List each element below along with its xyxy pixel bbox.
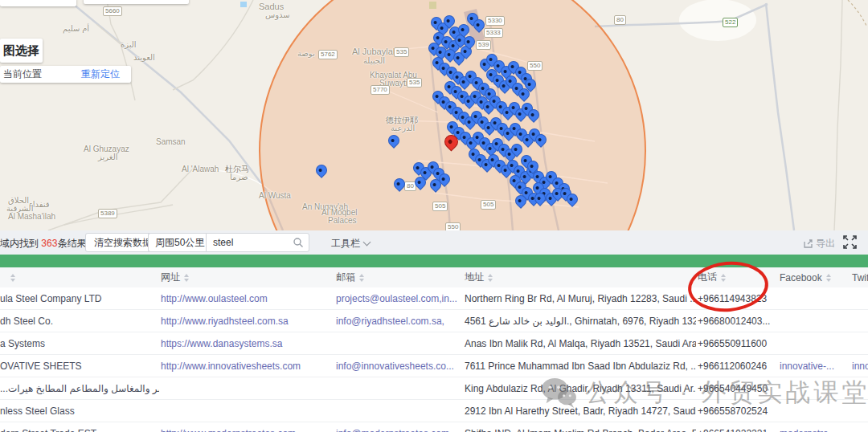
company-name-cell: ula Steel Company LTD <box>0 293 159 304</box>
website-link[interactable]: http://www.innovativesheets.com <box>159 361 334 372</box>
map-canvas[interactable]: Sadusسدوسأم سليمالبزةالعويندAl Ghuzayazا… <box>0 0 868 230</box>
column-header-label: 地址 <box>465 271 484 284</box>
road-shield: 5770 <box>371 85 390 95</box>
sort-icon[interactable] <box>10 274 15 282</box>
road-shield: 5333 <box>484 28 503 38</box>
results-count-text: 域内找到 363条结果 <box>0 237 86 251</box>
phone-cell: +966550911600 <box>696 338 778 349</box>
address-cell: Anas Ibn Malik Rd, Al Malqa, Riyadh 1352… <box>463 338 696 349</box>
column-header-Facebook[interactable]: Facebook <box>778 272 850 283</box>
map-label: الدرعية <box>391 124 415 132</box>
current-location-label: 当前位置 <box>3 67 42 81</box>
email-link[interactable]: info@modernstreetes.com... <box>334 428 463 432</box>
column-header-邮箱[interactable]: 邮箱 <box>334 271 463 284</box>
road-shield: 550 <box>445 222 461 230</box>
table-body: ula Steel Company LTDhttp://www.oulastee… <box>0 287 868 432</box>
phone-cell: +966558702524 <box>696 406 778 417</box>
table-row[interactable]: nless Steel Glass2912 Ibn Al Harethy Str… <box>0 400 868 422</box>
column-header-label: 电话 <box>698 271 717 284</box>
website-link[interactable]: http://www.riyadhsteel.com.sa <box>159 316 334 327</box>
company-name-cell: dh Steel Co. <box>0 316 159 327</box>
map-label: سدوس <box>265 10 290 19</box>
map-label: Samsan <box>156 137 186 146</box>
map-label: Al Jubaylah <box>352 47 398 56</box>
company-name-cell: nless Steel Glass <box>0 406 159 417</box>
address-cell: 4561 ‎شارع ‎خالد ‎بن ‎الوليد., Ghirnatah… <box>463 316 696 327</box>
address-cell: 7611 Prince Muhammad Ibn Saad Ibn Abdula… <box>463 361 696 372</box>
address-cell: Shifha IND, Al Imam Muslim Rd Branch, Ba… <box>463 428 696 432</box>
results-count: 363 <box>41 238 57 249</box>
facebook-link[interactable]: innovative-... <box>778 361 850 372</box>
company-name-cell: dern Street Trade EST <box>0 428 159 432</box>
column-header-label: 邮箱 <box>336 271 355 284</box>
app-window: Sadusسدوسأم سليمالبزةالعويندAl Ghuzayazا… <box>0 0 868 432</box>
table-row[interactable]: dern Street Trade ESThttp://www.modernst… <box>0 422 868 432</box>
search-box <box>206 233 309 252</box>
sort-icon[interactable] <box>721 274 726 282</box>
road-shield: 5330 <box>485 16 505 26</box>
map-label: بوصة <box>297 49 315 58</box>
road-shield: 505 <box>481 200 496 210</box>
email-link[interactable]: info@riyadhsteel.com.sa, <box>334 316 463 327</box>
export-progress-bar <box>0 255 868 267</box>
road-shield: 80 <box>614 15 626 25</box>
road-shield: 505 <box>432 202 448 211</box>
tools-menu-button[interactable]: 工具栏 <box>331 237 370 251</box>
sort-icon[interactable] <box>359 274 364 282</box>
email-link[interactable]: info@innovativesheets.co... <box>334 361 463 372</box>
table-row[interactable]: a Systemshttps://www.danasystems.saAnas … <box>0 332 868 355</box>
address-cell: King Abdulaziz Rd, Al Ghadir, Riyadh 133… <box>463 383 696 394</box>
search-input[interactable] <box>207 237 293 248</box>
map-select-button[interactable]: 图选择 <box>0 39 43 63</box>
column-header-label: Facebook <box>780 272 822 283</box>
map-label: أم سليم <box>63 24 89 33</box>
map-label: Al Wusta <box>259 191 291 200</box>
map-label: Al Masha'ilah <box>8 212 55 221</box>
company-name-cell: ...‎هيرات ‎المطابخ ‎والمطاعم ‎والمغاسل ‎… <box>0 383 159 394</box>
website-link[interactable]: https://www.danasystems.sa <box>159 338 334 349</box>
road-shield: 5389 <box>98 209 117 218</box>
map-label: ضرما <box>230 173 248 181</box>
radius-dropdown[interactable]: 周围50公里 <box>148 233 207 252</box>
website-link[interactable]: http://www.oulasteel.com <box>159 293 334 304</box>
sort-icon[interactable] <box>826 274 831 282</box>
table-row[interactable]: OVATIVE SHEETShttp://www.innovativesheet… <box>0 355 868 377</box>
map-label: البزة <box>121 40 137 49</box>
table-row[interactable]: ula Steel Company LTDhttp://www.oulastee… <box>0 287 868 310</box>
address-cell: Northern Ring Br Rd, Al Muruj, Riyadh 12… <box>463 293 696 304</box>
chevron-down-icon <box>363 238 371 247</box>
phone-cell: +966112060246 <box>696 361 778 372</box>
sort-icon[interactable] <box>184 274 189 282</box>
column-header-网址[interactable]: 网址 <box>159 271 334 284</box>
road-shield: 5762 <box>318 50 338 59</box>
address-cell: 2912 Ibn Al Harethy Street, Badr, Riyadh… <box>463 406 696 417</box>
column-header-Twitt[interactable]: Twitt <box>850 272 868 283</box>
fullscreen-button[interactable] <box>843 235 857 251</box>
map-label: Al 'Alawah <box>182 165 219 173</box>
email-link[interactable]: projects@oulasteel.com,in... <box>334 293 463 304</box>
website-link[interactable]: http://www.modernstreetes.com <box>159 428 334 432</box>
twitter-link[interactable]: inno... <box>850 361 868 372</box>
company-name-cell: a Systems <box>0 338 159 349</box>
table-header-row: 网址邮箱地址电话FacebookTwitt <box>0 267 868 288</box>
facebook-link[interactable]: modernstre... <box>778 428 850 432</box>
column-header-电话[interactable]: 电话 <box>696 271 778 284</box>
table-row[interactable]: ...‎هيرات ‎المطابخ ‎والمطاعم ‎والمغاسل ‎… <box>0 377 868 400</box>
road-shield: 535 <box>394 47 409 57</box>
road-shield: 5660 <box>103 6 122 16</box>
search-icon[interactable] <box>293 237 304 248</box>
column-header-label: 网址 <box>161 271 180 284</box>
column-header-name[interactable] <box>0 274 159 282</box>
map-label: الغريز <box>98 153 117 161</box>
phone-cell: +966541022221 <box>696 428 778 432</box>
results-toolbar: 域内找到 363条结果 清空搜索数据 周围50公里 工具栏 导出 <box>0 230 868 255</box>
relocate-button[interactable]: 重新定位 <box>81 67 120 81</box>
column-header-地址[interactable]: 地址 <box>463 271 696 284</box>
sort-icon[interactable] <box>488 274 493 282</box>
location-panel: 当前位置 重新定位 <box>0 66 131 83</box>
export-button[interactable]: 导出 <box>803 237 835 251</box>
road-shield: 535 <box>407 78 422 88</box>
map-label: Palaces <box>328 216 357 225</box>
table-row[interactable]: dh Steel Co.http://www.riyadhsteel.com.s… <box>0 310 868 332</box>
fullscreen-icon <box>843 235 857 249</box>
